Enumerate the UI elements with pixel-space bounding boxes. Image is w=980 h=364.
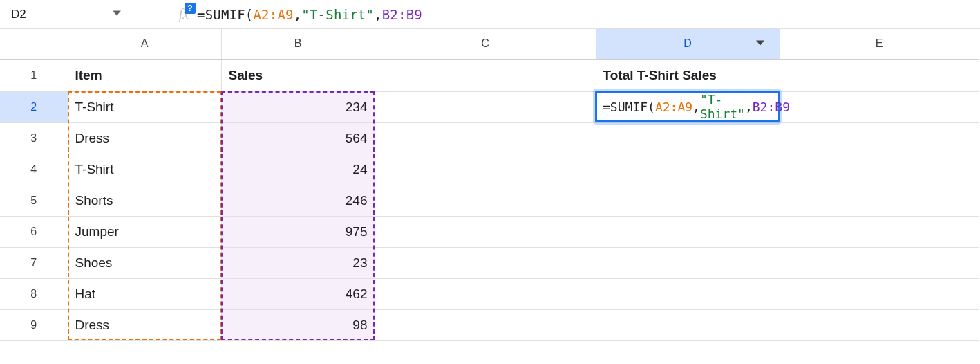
row-header-2[interactable]: 2 bbox=[0, 91, 68, 122]
cell-C2[interactable] bbox=[375, 91, 596, 122]
cell-D8[interactable] bbox=[596, 278, 780, 309]
ac-s2: , bbox=[745, 100, 753, 114]
col-header-C[interactable]: C bbox=[375, 29, 596, 59]
cell-E4[interactable] bbox=[780, 154, 979, 185]
cell-A7[interactable]: Shoes bbox=[68, 247, 221, 278]
cell-B9[interactable]: 98 bbox=[221, 309, 375, 340]
cell-A9[interactable]: Dress bbox=[68, 309, 221, 340]
name-box-value: D2 bbox=[11, 8, 107, 21]
cell-D9[interactable] bbox=[596, 309, 780, 340]
cell-A4[interactable]: T-Shirt bbox=[68, 154, 221, 185]
cell-C1[interactable] bbox=[375, 59, 596, 91]
cell-A2[interactable]: T-Shirt bbox=[68, 91, 221, 122]
cell-E9[interactable] bbox=[780, 309, 979, 340]
ac-str: "T-Shirt" bbox=[700, 92, 745, 121]
row-header-1[interactable]: 1 bbox=[0, 59, 68, 91]
cell-B4[interactable]: 24 bbox=[221, 154, 375, 185]
cell-A6[interactable]: Jumper bbox=[68, 216, 221, 247]
cell-A8[interactable]: Hat bbox=[68, 278, 221, 309]
name-box-dropdown-icon[interactable] bbox=[113, 9, 121, 19]
formula-input[interactable]: =SUMIF(A2:A9,"T-Shirt",B2:B9 bbox=[197, 7, 422, 22]
formula-equals: = bbox=[197, 7, 205, 22]
cell-D5[interactable] bbox=[596, 185, 780, 216]
col-header-D-label: D bbox=[684, 37, 692, 49]
cell-D4[interactable] bbox=[596, 154, 780, 185]
formula-range-1: A2:A9 bbox=[253, 7, 293, 22]
ac-eq: = bbox=[603, 100, 610, 114]
formula-function-name: SUMIF bbox=[205, 7, 245, 22]
cell-D6[interactable] bbox=[596, 216, 780, 247]
formula-sep-1: , bbox=[294, 7, 302, 22]
fx-icon[interactable]: fx ? bbox=[175, 7, 193, 22]
select-all-corner[interactable] bbox=[0, 29, 68, 59]
cell-C7[interactable] bbox=[375, 247, 596, 278]
cell-E8[interactable] bbox=[780, 278, 979, 309]
active-cell-editor[interactable]: =SUMIF(A2:A9,"T-Shirt",B2:B9 bbox=[595, 91, 780, 122]
cell-A5[interactable]: Shorts bbox=[68, 185, 221, 216]
cell-C3[interactable] bbox=[375, 122, 596, 154]
cell-E1[interactable] bbox=[780, 59, 979, 91]
ac-fn: SUMIF bbox=[610, 100, 648, 114]
name-box[interactable]: D2 bbox=[6, 5, 126, 24]
formula-criteria-string: "T-Shirt" bbox=[301, 7, 374, 22]
cell-C5[interactable] bbox=[375, 185, 596, 216]
cell-B8[interactable]: 462 bbox=[221, 278, 375, 309]
cell-E7[interactable] bbox=[780, 247, 979, 278]
cell-B2[interactable]: 234 bbox=[221, 91, 375, 122]
formula-help-badge[interactable]: ? bbox=[185, 3, 196, 14]
cell-E3[interactable] bbox=[780, 122, 979, 154]
row-header-5[interactable]: 5 bbox=[0, 185, 68, 216]
row-header-8[interactable]: 8 bbox=[0, 278, 68, 309]
cell-A1[interactable]: Item bbox=[68, 59, 221, 91]
cell-E5[interactable] bbox=[780, 185, 979, 216]
row-header-3[interactable]: 3 bbox=[0, 122, 68, 154]
cell-B5[interactable]: 246 bbox=[221, 185, 375, 216]
cell-A3[interactable]: Dress bbox=[68, 122, 221, 154]
row-header-7[interactable]: 7 bbox=[0, 247, 68, 278]
cell-B6[interactable]: 975 bbox=[221, 216, 375, 247]
cell-B7[interactable]: 23 bbox=[221, 247, 375, 278]
cell-C9[interactable] bbox=[375, 309, 596, 340]
ac-r1: A2:A9 bbox=[655, 100, 692, 114]
row-header-4[interactable]: 4 bbox=[0, 154, 68, 185]
formula-bar-row: D2 fx ? =SUMIF(A2:A9,"T-Shirt",B2:B9 bbox=[0, 0, 980, 29]
formula-open-paren: ( bbox=[245, 7, 254, 22]
col-header-A[interactable]: A bbox=[68, 29, 221, 59]
cell-D1[interactable]: Total T-Shirt Sales bbox=[596, 59, 780, 91]
cell-E2[interactable] bbox=[780, 91, 979, 122]
col-header-E[interactable]: E bbox=[780, 29, 979, 59]
cell-C4[interactable] bbox=[375, 154, 596, 185]
row-header-6[interactable]: 6 bbox=[0, 216, 68, 247]
cell-B3[interactable]: 564 bbox=[221, 122, 375, 154]
cell-B1[interactable]: Sales bbox=[221, 59, 375, 91]
formula-bar[interactable]: fx ? =SUMIF(A2:A9,"T-Shirt",B2:B9 bbox=[175, 7, 422, 22]
cell-E6[interactable] bbox=[780, 216, 979, 247]
formula-range-2: B2:B9 bbox=[382, 7, 422, 22]
col-header-B[interactable]: B bbox=[221, 29, 375, 59]
row-header-9[interactable]: 9 bbox=[0, 309, 68, 340]
cell-C6[interactable] bbox=[375, 216, 596, 247]
spreadsheet-grid[interactable]: A B C D E 1 Item Sales Total T-Shirt Sal… bbox=[0, 29, 980, 341]
cell-C8[interactable] bbox=[375, 278, 596, 309]
cell-D7[interactable] bbox=[596, 247, 780, 278]
col-header-dropdown-icon[interactable] bbox=[756, 37, 764, 50]
formula-sep-2: , bbox=[374, 7, 382, 22]
col-header-D[interactable]: D bbox=[596, 29, 780, 59]
ac-open: ( bbox=[648, 100, 655, 114]
ac-r2: B2:B9 bbox=[753, 100, 790, 114]
ac-s1: , bbox=[692, 100, 700, 114]
cell-D3[interactable] bbox=[596, 122, 780, 154]
